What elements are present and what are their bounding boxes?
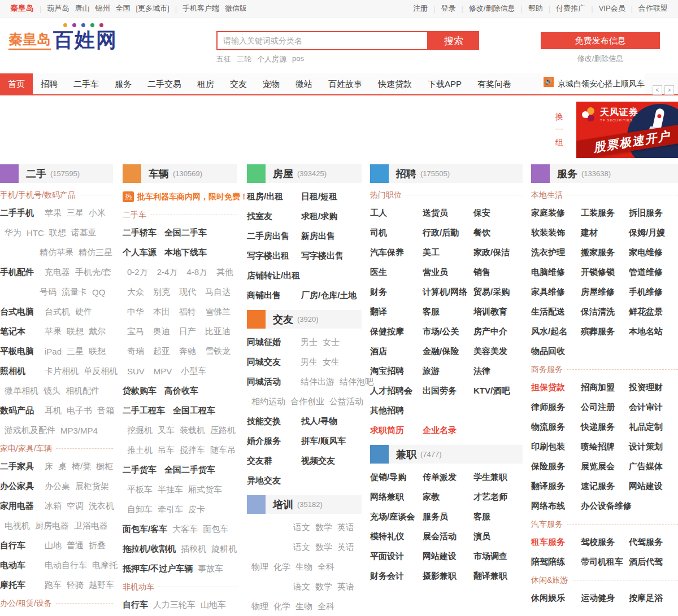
hot-word-link[interactable]: pos — [292, 54, 304, 64]
sub-link[interactable]: 戴尔 — [89, 326, 106, 337]
sub-link[interactable]: 人力三轮车 — [153, 600, 195, 610]
sub-link[interactable]: 台式机 — [45, 307, 70, 317]
category-link[interactable]: 培训教育 — [473, 307, 523, 317]
nav-item-2[interactable]: 二手车 — [66, 73, 107, 94]
change-group-button[interactable]: 换一组 — [554, 110, 564, 149]
category-link[interactable]: 金融/保险 — [423, 346, 473, 357]
site-logo[interactable]: 秦皇岛 百姓网 — [8, 30, 118, 50]
sub-link[interactable]: 华为 — [5, 228, 21, 238]
sub-link[interactable]: 厢式货车 — [188, 484, 222, 495]
category-link[interactable]: 办公家具 — [0, 481, 40, 492]
category-link[interactable]: 广告媒体 — [629, 461, 678, 472]
current-city[interactable]: 秦皇岛 — [10, 3, 34, 14]
category-link[interactable]: 网络兼职 — [370, 492, 423, 503]
category-link[interactable]: 设计策划 — [629, 442, 678, 452]
category-link[interactable]: 同城交友 — [247, 357, 295, 368]
announcement-text[interactable]: 京城白领安心搭上顺风车 — [558, 79, 645, 89]
category-header-peixun[interactable]: 培训(35182) — [247, 495, 362, 514]
category-link[interactable]: 酒店 — [370, 346, 423, 357]
city-link[interactable]: 锦州 — [95, 3, 110, 14]
sub-link[interactable]: 结伴泡吧 — [340, 377, 373, 387]
category-link[interactable]: 二手家具 — [0, 461, 40, 472]
sub-link[interactable]: 马自达 — [205, 287, 231, 298]
sub-link[interactable]: 生物 — [295, 601, 312, 612]
sub-link[interactable]: 本田 — [153, 307, 170, 317]
sub-link[interactable]: 手机壳/套 — [75, 267, 111, 278]
hot-word-link[interactable]: 三轮 — [237, 54, 251, 64]
category-link[interactable]: 招商加盟 — [581, 382, 629, 393]
sub-link[interactable]: 桌 — [58, 461, 67, 472]
category-link[interactable]: 网站建设 — [629, 481, 678, 492]
category-link[interactable]: 美容美发 — [473, 346, 523, 357]
sub-link[interactable]: 相机配件 — [66, 386, 99, 396]
post-listing-button[interactable]: 免费发布信息 — [541, 32, 660, 49]
category-link[interactable]: 工装服务 — [581, 208, 629, 219]
mobile-link[interactable]: 微信版 — [225, 3, 247, 14]
category-link[interactable]: 店铺转让/出租 — [247, 270, 301, 281]
category-link[interactable]: 保健按摩 — [370, 326, 423, 337]
category-link[interactable]: 家具维修 — [531, 287, 581, 298]
hot-word-link[interactable]: 五征 — [216, 54, 231, 64]
topbar-link[interactable]: 登录 — [441, 3, 455, 14]
nav-item-4[interactable]: 二手交易 — [140, 73, 189, 94]
category-link[interactable]: 同城活动 — [247, 377, 295, 387]
category-link[interactable]: 拆旧服务 — [629, 208, 678, 219]
category-link[interactable]: 租车服务 — [531, 537, 581, 548]
category-link[interactable]: 传单派发 — [423, 472, 473, 483]
sub-link[interactable]: 折叠 — [89, 540, 106, 551]
category-link[interactable]: 照相机 — [0, 366, 40, 377]
category-link[interactable]: 公司注册 — [581, 402, 629, 413]
sub-link[interactable]: 其他 — [216, 267, 233, 278]
category-link[interactable]: 喷绘招牌 — [581, 442, 629, 452]
sub-link[interactable]: 全科 — [318, 562, 334, 573]
sub-link[interactable]: 二手货车 — [123, 465, 157, 475]
sub-link[interactable]: 小型车 — [181, 366, 206, 377]
category-link[interactable]: 软装装饰 — [531, 228, 581, 238]
sub-link[interactable]: 叉车 — [158, 425, 175, 436]
category-link[interactable]: 休闲娱乐 — [531, 593, 581, 604]
category-link[interactable]: 技能交换 — [247, 416, 301, 427]
category-link[interactable]: 洗衣护理 — [531, 247, 581, 258]
category-link[interactable]: 演员 — [473, 531, 523, 542]
sub-link[interactable]: 电视机 — [5, 521, 30, 531]
sub-link[interactable]: 起亚 — [153, 346, 170, 357]
topbar-link[interactable]: 付费推广 — [556, 3, 585, 14]
category-link[interactable]: 求租/求购 — [301, 211, 362, 222]
sub-link[interactable]: 半挂车 — [158, 484, 183, 495]
edit-delete-link[interactable]: 修改/删除信息 — [541, 54, 660, 64]
category-link[interactable]: 速记服务 — [581, 481, 629, 492]
sub-link[interactable]: 山地 — [45, 540, 62, 551]
sub-link[interactable]: 日产 — [179, 326, 196, 337]
sub-link[interactable]: 轻骑 — [67, 580, 84, 591]
category-link[interactable]: 日租/短租 — [301, 191, 362, 202]
sub-link[interactable]: 硬件 — [75, 307, 92, 317]
sub-link[interactable]: 随车吊 — [210, 445, 236, 456]
sub-link[interactable]: 小米 — [89, 208, 106, 219]
announcement[interactable]: 🔊 京城白领安心搭上顺风车 — [541, 73, 645, 94]
sub-link[interactable]: 宝马 — [127, 326, 144, 337]
sub-link[interactable]: 牵引车 — [158, 504, 183, 515]
sub-link[interactable]: 奔驰 — [179, 346, 196, 357]
category-link[interactable]: 展览展会 — [581, 461, 629, 472]
nav-item-0[interactable]: 首页 — [0, 73, 33, 94]
sub-link[interactable]: 贷款购车 — [123, 386, 157, 396]
category-link[interactable]: 找人/寻物 — [301, 416, 362, 427]
category-link[interactable]: 行政/后勤 — [423, 228, 473, 238]
category-link[interactable]: 手机配件 — [0, 267, 40, 278]
category-link[interactable]: 快递服务 — [581, 422, 629, 432]
category-link[interactable]: 家用电器 — [0, 501, 40, 512]
category-link[interactable]: 市场调查 — [473, 551, 523, 562]
sub-link[interactable]: 单反相机 — [84, 366, 118, 377]
category-link[interactable]: 司机 — [370, 228, 423, 238]
category-link[interactable]: 拖拉机/收割机 — [123, 544, 176, 554]
city-link[interactable]: 全国 — [115, 3, 130, 14]
sub-link[interactable]: 普通 — [67, 540, 84, 551]
category-link[interactable]: 陪驾陪练 — [531, 557, 581, 567]
topbar-link[interactable]: 注册 — [413, 3, 428, 14]
sub-link[interactable]: 冰箱 — [45, 501, 62, 512]
category-header-jiaoyou[interactable]: 交友(3920) — [247, 310, 362, 329]
category-link[interactable]: 本地名站 — [629, 326, 678, 337]
sub-link[interactable]: 橱柜 — [96, 461, 113, 472]
sub-link[interactable]: 大众 — [127, 287, 144, 298]
category-link[interactable]: 家庭装修 — [531, 208, 581, 219]
